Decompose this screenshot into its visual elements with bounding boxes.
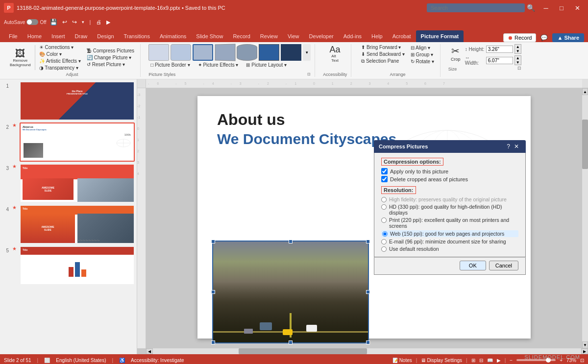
picture-effects-button[interactable]: ✦ Picture Effects ▾: [196, 62, 241, 68]
tab-design[interactable]: Design: [92, 30, 119, 42]
change-picture-button[interactable]: 🔄 Change Picture ▾: [85, 54, 136, 61]
selected-image[interactable]: [212, 241, 369, 343]
canvas-scroll-area[interactable]: About us We Document Cityscapes: [146, 88, 582, 348]
tab-record[interactable]: Record: [228, 30, 255, 42]
redo-button[interactable]: ↪: [71, 18, 78, 26]
close-button[interactable]: ✕: [570, 2, 584, 13]
pic-style-active[interactable]: [259, 44, 279, 61]
search-input[interactable]: [427, 3, 525, 12]
view-slideshow-button[interactable]: ▶: [497, 358, 501, 363]
slide-item-2[interactable]: 2 ★ About us We Document Cityscapes 100k: [2, 122, 135, 162]
tab-draw[interactable]: Draw: [70, 30, 93, 42]
slideshow-button[interactable]: ▶: [105, 18, 112, 26]
dialog-close-button[interactable]: ✕: [512, 143, 521, 150]
tab-developer[interactable]: Developer: [304, 30, 339, 42]
autosave-switch[interactable]: [26, 19, 38, 25]
handle-mr[interactable]: [366, 290, 370, 294]
slide-thumb-5[interactable]: Title: [20, 246, 135, 285]
scroll-down-button[interactable]: ▼: [582, 341, 588, 348]
pic-style-7[interactable]: [281, 44, 301, 61]
transparency-button[interactable]: ◑ Transparency ▾: [37, 65, 83, 71]
alt-text-button[interactable]: Aa AltText: [326, 44, 344, 64]
res-hd-radio[interactable]: [381, 204, 387, 210]
save-button[interactable]: 💾: [49, 18, 59, 26]
slide-thumb-2[interactable]: About us We Document Cityscapes 100k: [20, 122, 135, 162]
zoom-out-button[interactable]: −: [510, 358, 513, 363]
group-button[interactable]: ⊞ Group ▾: [409, 51, 436, 58]
undo-button[interactable]: ↩: [61, 18, 69, 26]
display-settings-button[interactable]: 🖥 Display Settings: [421, 358, 462, 363]
tab-animations[interactable]: Animations: [155, 30, 191, 42]
color-button[interactable]: 🎨 Color ▾: [37, 51, 83, 57]
minimize-button[interactable]: ─: [539, 2, 553, 13]
print-button[interactable]: 🖨: [95, 18, 103, 26]
tab-view[interactable]: View: [283, 30, 304, 42]
dialog-help-button[interactable]: ?: [505, 143, 512, 150]
remove-background-button[interactable]: 🖼 RemoveBackground: [8, 48, 33, 68]
res-default-radio[interactable]: [381, 246, 387, 252]
vertical-scrollbar[interactable]: ▲ ▼: [582, 88, 588, 348]
handle-tc[interactable]: [289, 240, 293, 243]
handle-tr[interactable]: [366, 240, 370, 243]
handle-tl[interactable]: [211, 240, 215, 243]
slide-item-1[interactable]: 1 the Place PRESENTATION TITLE: [2, 81, 135, 121]
picture-border-button[interactable]: □ Picture Border ▾: [148, 62, 192, 68]
tab-review[interactable]: Review: [255, 30, 283, 42]
scroll-right-button[interactable]: ▶: [581, 348, 588, 354]
height-spinner[interactable]: ▲▼: [514, 44, 521, 54]
rotate-button[interactable]: ↻ Rotate ▾: [409, 58, 436, 65]
width-spinner[interactable]: ▲▼: [514, 55, 521, 65]
slide-item-3[interactable]: 3 ★ Title AWESOMESLIDE: [2, 164, 135, 203]
width-input[interactable]: [486, 57, 513, 64]
handle-bl[interactable]: [211, 340, 215, 344]
crop-button[interactable]: ✂ Crop: [448, 44, 463, 63]
handle-br[interactable]: [366, 340, 370, 344]
view-slide-sorter-button[interactable]: ⊟: [479, 358, 483, 363]
cancel-button[interactable]: Cancel: [489, 261, 518, 270]
tab-picture-format[interactable]: Picture Format: [416, 30, 464, 42]
tab-insert[interactable]: Insert: [47, 30, 70, 42]
reset-picture-button[interactable]: ↺ Reset Picture ▾: [85, 61, 136, 68]
pic-style-1[interactable]: [148, 44, 169, 61]
delete-cropped-checkbox[interactable]: [381, 176, 388, 182]
pic-style-3[interactable]: [193, 44, 213, 61]
tab-acrobat[interactable]: Acrobat: [388, 30, 416, 42]
view-reading-button[interactable]: 📖: [487, 358, 493, 363]
pic-style-4[interactable]: [215, 44, 236, 61]
picture-layout-button[interactable]: ⊞ Picture Layout ▾: [244, 62, 288, 68]
more-qat-button[interactable]: ▾: [80, 19, 86, 25]
compress-pictures-button[interactable]: 🗜 Compress Pictures: [85, 48, 136, 54]
res-hf-radio[interactable]: [381, 197, 387, 202]
slide-item-5[interactable]: 5 ★ Title: [2, 246, 135, 285]
handle-ml[interactable]: [211, 290, 215, 294]
res-web-radio[interactable]: [382, 231, 388, 237]
tab-file[interactable]: File: [4, 30, 23, 42]
handle-bc[interactable]: [289, 340, 293, 344]
slide-item-4[interactable]: 4 ★ Title AWESOMESLIDE Our Our Our Our O…: [2, 205, 135, 244]
comment-button[interactable]: 💬: [539, 33, 549, 42]
size-expand-icon[interactable]: ⊡: [517, 66, 521, 72]
pic-style-more-button[interactable]: ▾: [303, 44, 311, 61]
scroll-left-button[interactable]: ◀: [146, 348, 153, 354]
apply-only-checkbox[interactable]: [381, 168, 388, 174]
artistic-effects-button[interactable]: ✨ Artistic Effects ▾: [37, 58, 83, 64]
scroll-up-button[interactable]: ▲: [582, 88, 588, 95]
notes-button[interactable]: 📝 Notes: [392, 358, 412, 363]
hscroll-thumb[interactable]: [239, 348, 367, 354]
slide-thumb-1[interactable]: the Place PRESENTATION TITLE: [20, 81, 135, 121]
corrections-button[interactable]: ☀ Corrections ▾: [37, 44, 83, 50]
tab-addins[interactable]: Add-ins: [339, 30, 367, 42]
bring-forward-button[interactable]: ⬆ Bring Forward ▾: [359, 44, 407, 50]
tab-home[interactable]: Home: [23, 30, 47, 42]
height-input[interactable]: [486, 46, 513, 53]
align-button[interactable]: ⊟ Align ▾: [409, 45, 436, 51]
send-backward-button[interactable]: ⬇ Send Backward ▾: [359, 51, 407, 57]
maximize-button[interactable]: □: [555, 2, 568, 13]
res-email-radio[interactable]: [381, 239, 387, 244]
pic-style-2[interactable]: [171, 44, 191, 61]
share-button[interactable]: ▲ Share: [552, 33, 584, 42]
tab-transitions[interactable]: Transitions: [119, 30, 155, 42]
fit-slide-button[interactable]: ⊡: [580, 358, 584, 363]
slide-thumb-4[interactable]: Title AWESOMESLIDE Our Our Our Our Our O…: [20, 205, 135, 244]
pic-style-5[interactable]: [237, 44, 257, 61]
